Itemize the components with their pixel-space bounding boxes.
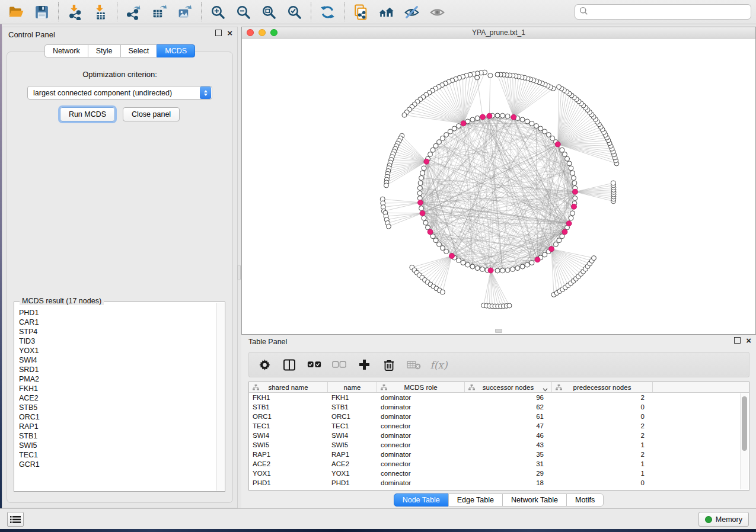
table-cell-filler — [653, 450, 749, 459]
mcds-result-item[interactable]: TID3 — [19, 336, 216, 346]
table-row[interactable]: TEC1TEC1connector472 — [249, 421, 749, 431]
mcds-result-item[interactable]: PHD1 — [19, 308, 216, 318]
table-scrollbar-thumb[interactable] — [742, 396, 747, 451]
table-cell: TEC1 — [249, 421, 328, 431]
open-folder-icon[interactable] — [8, 4, 24, 20]
mcds-result-item[interactable]: CAR1 — [19, 318, 216, 327]
mcds-result-item[interactable]: GCR1 — [19, 460, 216, 469]
tab-style[interactable]: Style — [88, 44, 121, 57]
column-header-name[interactable]: name — [328, 382, 377, 392]
export-image-icon[interactable] — [177, 4, 193, 20]
control-panel-title: Control Panel — [8, 30, 55, 39]
float-panel-icon[interactable] — [215, 30, 222, 36]
close-table-panel-icon[interactable]: × — [746, 337, 751, 344]
column-header-MCDS-role[interactable]: MCDS role — [377, 382, 465, 392]
column-header-shared-name[interactable]: shared name — [249, 382, 328, 392]
mcds-result-item[interactable]: TEC1 — [19, 450, 216, 460]
search-box[interactable] — [575, 4, 751, 20]
network-canvas[interactable] — [242, 39, 755, 334]
new-network-from-selection-icon[interactable] — [353, 4, 369, 20]
tab-network[interactable]: Network — [44, 44, 88, 57]
table-cell: 29 — [465, 469, 552, 478]
deselect-all-icon[interactable] — [332, 358, 346, 372]
export-network-icon[interactable] — [126, 4, 142, 20]
mcds-result-item[interactable]: SWI5 — [19, 441, 216, 450]
table-cell: YOX1 — [249, 469, 328, 478]
delete-table-icon[interactable] — [407, 358, 421, 372]
network-graph[interactable] — [242, 39, 755, 334]
optimization-criterion-dropdown[interactable]: largest connected component (undirected) — [27, 86, 212, 100]
table-row[interactable]: SWI4SWI4dominator462 — [249, 431, 749, 440]
mcds-result-item[interactable]: ORC1 — [19, 412, 216, 422]
table-cell: RAP1 — [249, 450, 328, 459]
table-row[interactable]: FKH1FKH1dominator962 — [249, 393, 749, 402]
main-toolbar — [0, 0, 756, 24]
table-row[interactable]: YOX1YOX1connector291 — [249, 469, 749, 478]
table-row[interactable]: ACE2ACE2connector311 — [249, 459, 749, 469]
zoom-selected-icon[interactable] — [286, 4, 302, 20]
task-history-button[interactable] — [7, 512, 24, 527]
table-cell-filler — [653, 431, 749, 440]
mcds-result-item[interactable]: STB5 — [19, 403, 216, 412]
tab-node-table[interactable]: Node Table — [394, 493, 449, 507]
table-row[interactable]: RAP1RAP1dominator352 — [249, 450, 749, 459]
panel-split-handle[interactable] — [237, 265, 241, 280]
tab-motifs[interactable]: Motifs — [566, 493, 604, 507]
mcds-result-item[interactable]: SRD1 — [19, 365, 216, 374]
add-column-icon[interactable] — [357, 358, 371, 372]
first-neighbors-icon[interactable] — [378, 4, 394, 20]
memory-button[interactable]: Memory — [698, 512, 749, 527]
table-cell: 2 — [552, 393, 653, 402]
search-input[interactable] — [591, 8, 747, 16]
mcds-result-item[interactable]: ACE2 — [19, 393, 216, 403]
table-cell: PHD1 — [249, 478, 328, 488]
mcds-result-item[interactable]: STB1 — [19, 431, 216, 441]
table-scrollbar[interactable] — [740, 393, 748, 489]
zoom-in-icon[interactable] — [210, 4, 226, 20]
select-all-icon[interactable] — [307, 358, 321, 372]
table-row[interactable]: SWI5SWI5connector431 — [249, 440, 749, 450]
tab-mcds[interactable]: MCDS — [157, 44, 195, 57]
float-table-panel-icon[interactable] — [734, 337, 741, 344]
column-layout-icon[interactable] — [282, 358, 296, 372]
table-cell-filler — [653, 421, 749, 431]
import-table-icon[interactable] — [92, 4, 109, 20]
mcds-result-item[interactable]: SWI4 — [19, 355, 216, 365]
table-row[interactable]: STB1STB1dominator620 — [249, 402, 749, 412]
network-window-titlebar[interactable]: YPA_prune.txt_1 — [242, 27, 755, 39]
close-panel-icon[interactable]: × — [227, 30, 232, 36]
tab-network-table[interactable]: Network Table — [502, 493, 567, 507]
export-table-icon[interactable] — [151, 4, 167, 20]
fit-content-icon[interactable] — [261, 4, 277, 20]
table-cell: 46 — [465, 431, 552, 440]
mcds-result-item[interactable]: YOX1 — [19, 346, 216, 355]
hide-selected-icon[interactable] — [404, 4, 420, 20]
mcds-result-item[interactable]: STP4 — [19, 327, 216, 336]
show-all-icon[interactable] — [429, 4, 445, 20]
delete-column-icon[interactable] — [382, 358, 396, 372]
mcds-result-item[interactable]: PMA2 — [19, 374, 216, 384]
table-row[interactable]: PHD1PHD1dominator180 — [249, 478, 749, 488]
zoom-out-icon[interactable] — [235, 4, 251, 20]
settings-gear-icon[interactable] — [257, 358, 272, 372]
refresh-icon[interactable] — [320, 4, 336, 20]
network-split-handle[interactable] — [495, 329, 502, 333]
mcds-result-item[interactable]: RAP1 — [19, 422, 216, 431]
column-header-label: MCDS role — [404, 384, 437, 391]
table-cell: connector — [377, 469, 465, 478]
save-icon[interactable] — [34, 4, 50, 20]
mcds-result-item[interactable]: FKH1 — [19, 384, 216, 393]
mcds-result-scrollbar[interactable] — [216, 303, 224, 491]
table-cell: SWI5 — [328, 440, 377, 450]
status-bar: Memory — [0, 508, 756, 529]
column-header-successor-nodes[interactable]: successor nodes — [465, 382, 552, 392]
shared-column-icon — [468, 384, 475, 392]
close-panel-button[interactable]: Close panel — [123, 107, 180, 121]
function-builder-icon[interactable]: f(x) — [432, 358, 446, 372]
run-mcds-button[interactable]: Run MCDS — [60, 107, 115, 121]
column-header-predecessor-nodes[interactable]: predecessor nodes — [552, 382, 653, 392]
import-network-icon[interactable] — [67, 4, 83, 20]
table-row[interactable]: ORC1ORC1dominator610 — [249, 412, 749, 421]
tab-select[interactable]: Select — [120, 44, 158, 57]
tab-edge-table[interactable]: Edge Table — [448, 493, 503, 507]
